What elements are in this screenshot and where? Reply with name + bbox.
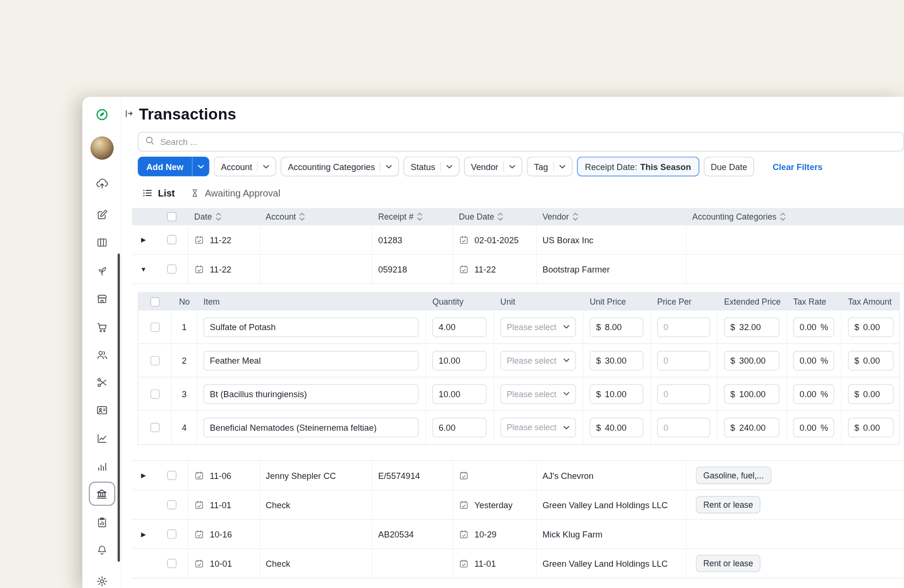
scissors-icon[interactable]	[96, 377, 107, 388]
vendor-value: US Borax Inc	[542, 235, 594, 245]
unit-select[interactable]: Please select	[500, 384, 576, 403]
add-new-button[interactable]: Add New	[138, 157, 209, 176]
transaction-row[interactable]: ▶ 11-22 01283 02-01-2025 US Borax Inc	[132, 225, 904, 255]
clear-filters-button[interactable]: Clear Filters	[773, 162, 823, 171]
price-per-input[interactable]: 0	[657, 350, 710, 370]
tax-rate-input[interactable]: 0.00%	[793, 350, 835, 370]
extended-price-input[interactable]: $32.00	[724, 317, 779, 337]
item-input[interactable]: Beneficial Nematodes (Steinernema feltia…	[204, 418, 419, 437]
filter-tag[interactable]: Tag	[527, 157, 572, 176]
price-per-input[interactable]: 0	[657, 418, 710, 437]
store-icon[interactable]	[96, 293, 107, 305]
quantity-input[interactable]: 6.00	[432, 418, 487, 437]
extended-price-input[interactable]: $100.00	[724, 384, 779, 403]
expand-row-icon[interactable]: ▶	[141, 237, 146, 243]
line-item-checkbox[interactable]	[150, 389, 160, 399]
col-header-date[interactable]: Date	[189, 212, 260, 222]
quantity-input[interactable]: 4.00	[432, 317, 487, 337]
extended-price-input[interactable]: $240.00	[724, 418, 779, 437]
hourglass-icon	[190, 188, 200, 198]
tab-list[interactable]: List	[142, 187, 175, 198]
tab-awaiting-approval[interactable]: Awaiting Approval	[190, 187, 280, 198]
row-checkbox[interactable]	[167, 500, 176, 510]
sidebar-scrollbar[interactable]	[118, 254, 120, 562]
chevron-down-icon[interactable]	[193, 157, 209, 176]
unit-price-input[interactable]: $40.00	[590, 418, 643, 437]
transaction-row[interactable]: ▼ 11-22 059218 11-22 Bootstrap Farmer	[132, 255, 904, 284]
leaf-icon[interactable]	[96, 265, 107, 276]
tax-amount-input[interactable]: $0.00	[848, 384, 893, 403]
expand-row-icon[interactable]: ▶	[141, 472, 146, 478]
item-input[interactable]: Feather Meal	[204, 350, 419, 370]
col-header-receipt[interactable]: Receipt #	[372, 212, 453, 222]
extended-price-input[interactable]: $300.00	[724, 350, 779, 370]
row-checkbox[interactable]	[167, 235, 176, 245]
users-icon[interactable]	[96, 349, 108, 361]
unit-price-input[interactable]: $8.00	[590, 317, 643, 337]
line-item-row: 4 Beneficial Nematodes (Steinernema felt…	[138, 411, 899, 444]
tax-rate-input[interactable]: 0.00%	[793, 418, 835, 437]
tax-amount-input[interactable]: $0.00	[848, 317, 893, 337]
currency-symbol: $	[596, 389, 601, 399]
col-header-vendor[interactable]: Vendor	[537, 212, 687, 222]
bell-icon[interactable]	[96, 545, 107, 556]
line-item-checkbox[interactable]	[150, 356, 160, 365]
gear-icon[interactable]	[96, 575, 108, 588]
col-header-due-date[interactable]: Due Date	[453, 212, 537, 222]
transaction-row[interactable]: 10-01 Check 11-01 Green Valley Land Hold…	[132, 549, 904, 579]
chevron-down-icon	[563, 358, 569, 363]
col-header-account[interactable]: Account	[260, 212, 372, 222]
search-input[interactable]	[160, 137, 897, 147]
quantity-input[interactable]: 10.00	[432, 384, 487, 403]
item-input[interactable]: Bt (Bacillus thuringiensis)	[204, 384, 419, 403]
filter-account[interactable]: Account	[214, 157, 276, 176]
transaction-row[interactable]: ▶ 10-16 AB20534 10-29 Mick Klug Farm	[132, 520, 904, 549]
quantity-input[interactable]: 10.00	[432, 350, 487, 370]
contact-card-icon[interactable]	[96, 404, 108, 417]
currency-symbol: $	[596, 322, 601, 332]
unit-price-input[interactable]: $30.00	[590, 350, 643, 370]
filter-status[interactable]: Status	[404, 157, 459, 176]
unit-select[interactable]: Please select	[500, 317, 576, 337]
app-logo[interactable]	[95, 108, 109, 121]
user-avatar[interactable]	[90, 136, 113, 160]
filter-due-date[interactable]: Due Date	[704, 157, 754, 176]
clipboard-chart-icon[interactable]	[96, 517, 107, 528]
row-checkbox[interactable]	[167, 529, 176, 539]
row-checkbox[interactable]	[167, 264, 176, 274]
line-chart-icon[interactable]	[96, 433, 107, 444]
unit-select[interactable]: Please select	[500, 350, 576, 370]
price-per-input[interactable]: 0	[657, 384, 710, 403]
unit-price-input[interactable]: $10.00	[590, 384, 643, 403]
columns-icon[interactable]	[96, 237, 107, 248]
cart-icon[interactable]	[96, 322, 107, 333]
edit-icon[interactable]	[96, 209, 107, 221]
line-items-select-all-checkbox[interactable]	[150, 297, 160, 307]
line-item-checkbox[interactable]	[150, 323, 160, 332]
row-checkbox[interactable]	[167, 471, 176, 480]
item-input[interactable]: Sulfate of Potash	[204, 317, 419, 337]
transaction-row[interactable]: 11-01 Check Yesterday Green Valley Land …	[132, 490, 904, 520]
row-checkbox[interactable]	[167, 559, 176, 568]
transaction-row[interactable]: ▶ 11-06 Jenny Shepler CC E/5574914 AJ's …	[132, 461, 904, 490]
select-all-checkbox[interactable]	[167, 212, 177, 222]
bank-icon[interactable]	[88, 482, 115, 506]
collapse-sidebar-icon[interactable]	[124, 109, 134, 120]
filter-vendor[interactable]: Vendor	[464, 157, 523, 176]
tax-amount-input[interactable]: $0.00	[848, 350, 893, 370]
collapse-row-icon[interactable]: ▼	[140, 266, 146, 272]
unit-select[interactable]: Please select	[500, 418, 576, 437]
col-header-accounting-categories[interactable]: Accounting Categories	[687, 212, 904, 222]
tax-amount-input[interactable]: $0.00	[848, 418, 893, 437]
filter-receipt-date[interactable]: Receipt Date: This Season	[577, 157, 699, 176]
expand-row-icon[interactable]: ▶	[141, 531, 146, 537]
filter-accounting-categories[interactable]: Accounting Categories	[281, 157, 399, 176]
upload-cloud-icon[interactable]	[95, 177, 108, 190]
currency-symbol: $	[731, 356, 735, 366]
tax-rate-input[interactable]: 0.00%	[793, 317, 835, 337]
table-header-row: Date Account Receipt # Due Date Vendor A…	[132, 208, 904, 225]
line-item-checkbox[interactable]	[150, 423, 160, 432]
bar-chart-icon[interactable]	[96, 461, 107, 472]
tax-rate-input[interactable]: 0.00%	[793, 384, 835, 403]
price-per-input[interactable]: 0	[657, 317, 710, 337]
